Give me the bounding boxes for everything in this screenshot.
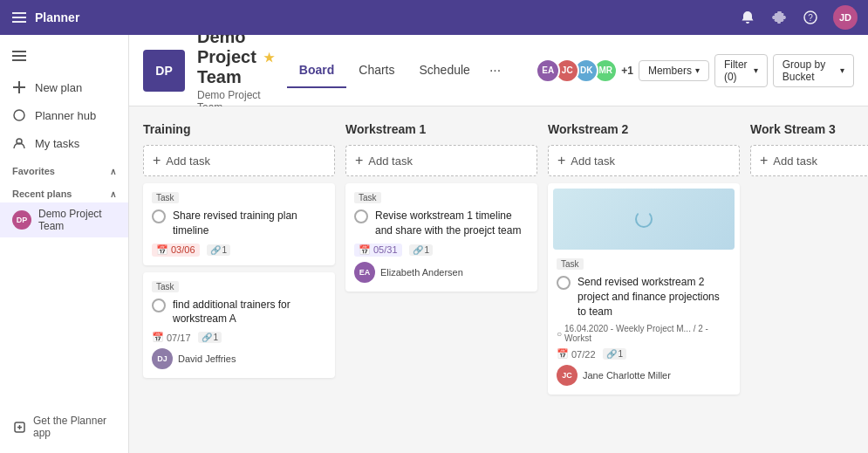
add-task-plus-icon: + [760, 153, 768, 168]
tab-charts[interactable]: Charts [346, 53, 407, 88]
task-checkbox[interactable] [152, 299, 166, 312]
star-icon[interactable]: ★ [263, 51, 275, 65]
task-link-row: ○ 16.04.2020 - Weekly Project M... / 2 -… [557, 324, 731, 343]
task-meta: 📅 05/31 🔗 1 [354, 244, 529, 257]
my-tasks-icon [12, 136, 26, 150]
hamburger-icon[interactable] [10, 9, 28, 26]
svg-rect-6 [12, 55, 26, 57]
task-card[interactable]: Task Share revised training plan timelin… [143, 183, 335, 265]
top-bar-right: ? JD [739, 5, 858, 30]
calendar-icon: 📅 [156, 244, 168, 256]
members-chevron-icon: ▾ [695, 65, 700, 75]
attachment-icon: 🔗 [202, 333, 212, 342]
svg-rect-5 [12, 51, 26, 52]
top-bar-left: Planner [10, 9, 79, 26]
bucket-workstream2-title: Workstream 2 [548, 120, 740, 138]
task-checkbox[interactable] [354, 209, 368, 223]
task-meta: 📅 03/06 🔗 1 [152, 244, 326, 257]
recent-plans-section: Recent plans ∧ [0, 180, 128, 202]
task-date: 📅 07/17 [152, 332, 191, 343]
task-title: find additional trainers for workstream … [173, 298, 326, 327]
add-task-label: Add task [368, 154, 413, 168]
task-card[interactable]: Task Send revised workstream 2 project a… [548, 183, 740, 395]
add-task-workstream3[interactable]: + Add task [750, 145, 868, 176]
planner-hub-icon [12, 108, 26, 122]
nav-more-icon[interactable]: ··· [482, 58, 508, 84]
bucket-workstream1: Workstream 1 + Add task Task Revise work… [345, 120, 537, 439]
bucket-workstream2: Workstream 2 + Add task Task Send r [548, 120, 740, 439]
task-label: Task [152, 281, 179, 292]
settings-icon[interactable] [770, 9, 788, 26]
svg-rect-7 [12, 59, 26, 61]
task-date: 📅 03/06 [152, 244, 200, 257]
add-task-training[interactable]: + Add task [143, 145, 335, 176]
svg-rect-0 [12, 12, 26, 14]
project-avatar: DP [12, 210, 31, 230]
favorites-label: Favorites [12, 166, 55, 176]
task-attachments: 🔗 1 [409, 244, 434, 256]
project-title: Demo Project Team [197, 35, 256, 87]
task-attach-count: 1 [619, 349, 624, 359]
tab-schedule[interactable]: Schedule [407, 53, 482, 88]
task-date-value: 07/22 [571, 349, 596, 360]
project-header: DP Demo Project Team ★ Demo Project Team… [129, 35, 868, 106]
svg-point-10 [14, 110, 24, 120]
task-checkbox[interactable] [557, 276, 571, 290]
task-date-value: 07/17 [167, 333, 191, 343]
task-attach-count: 1 [425, 245, 430, 255]
bucket-training: Training + Add task Task Share revised t… [143, 120, 335, 439]
task-attachments: 🔗 1 [603, 348, 627, 360]
task-checkbox[interactable] [152, 209, 166, 223]
group-by-button[interactable]: Group by Bucket ▾ [773, 54, 854, 87]
add-task-plus-icon: + [153, 153, 161, 168]
task-attach-count: 1 [214, 333, 219, 342]
sidebar-item-my-tasks[interactable]: My tasks [0, 129, 128, 157]
task-check-row: Revise workstream 1 timeline and share w… [354, 209, 529, 238]
task-attach-count: 1 [222, 245, 228, 255]
task-card[interactable]: Task Revise workstream 1 timeline and sh… [345, 183, 537, 292]
task-card[interactable]: Task find additional trainers for workst… [143, 272, 335, 379]
filter-chevron-icon: ▾ [754, 65, 758, 75]
user-avatar[interactable]: JD [833, 5, 858, 30]
project-name: Demo Project Team ★ [197, 35, 275, 87]
sidebar-get-app[interactable]: Get the Planner app [0, 408, 128, 446]
add-task-label: Add task [166, 154, 210, 168]
get-app-label: Get the Planner app [33, 415, 116, 439]
filter-button[interactable]: Filter (0) ▾ [714, 54, 768, 87]
recent-plans-toggle-icon[interactable]: ∧ [110, 189, 116, 199]
filter-label: Filter (0) [724, 58, 750, 83]
bucket-workstream1-title: Workstream 1 [345, 120, 537, 138]
task-check-row: Send revised workstream 2 project and fi… [557, 275, 731, 319]
board: Training + Add task Task Share revised t… [129, 106, 868, 453]
sidebar-menu-icon[interactable] [0, 42, 128, 73]
add-task-plus-icon: + [557, 153, 565, 168]
task-date-value: 05/31 [373, 244, 398, 255]
task-meta: 📅 07/17 🔗 1 [152, 332, 326, 343]
svg-rect-1 [12, 17, 26, 18]
calendar-icon: 📅 [359, 244, 371, 256]
sidebar-item-new-plan[interactable]: New plan [0, 73, 128, 101]
member-count[interactable]: +1 [621, 65, 633, 77]
task-avatar-row: DJ David Jeffries [152, 348, 326, 369]
notification-icon[interactable] [739, 9, 756, 26]
tab-board[interactable]: Board [287, 53, 346, 88]
task-label: Task [152, 192, 179, 203]
sidebar-item-planner-hub[interactable]: Planner hub [0, 101, 128, 129]
calendar-icon: 📅 [557, 348, 569, 360]
group-by-label: Group by Bucket [783, 58, 837, 83]
my-tasks-label: My tasks [35, 137, 79, 150]
task-assignee-name: David Jeffries [178, 353, 236, 364]
members-button[interactable]: Members ▾ [639, 60, 709, 81]
get-app-icon [12, 420, 26, 434]
task-card-image [553, 189, 735, 250]
add-task-workstream2[interactable]: + Add task [548, 145, 740, 176]
link-icon: ○ [557, 329, 562, 339]
member-avatar-1[interactable]: EA [536, 58, 560, 83]
recent-plans-label: Recent plans [12, 189, 72, 199]
favorites-section: Favorites ∧ [0, 157, 128, 180]
help-icon[interactable]: ? [802, 9, 819, 26]
task-assignee-name: Elizabeth Andersen [380, 267, 463, 278]
add-task-workstream1[interactable]: + Add task [345, 145, 537, 176]
sidebar-item-demo-project[interactable]: DP Demo Project Team [0, 202, 128, 237]
favorites-toggle-icon[interactable]: ∧ [110, 167, 116, 176]
